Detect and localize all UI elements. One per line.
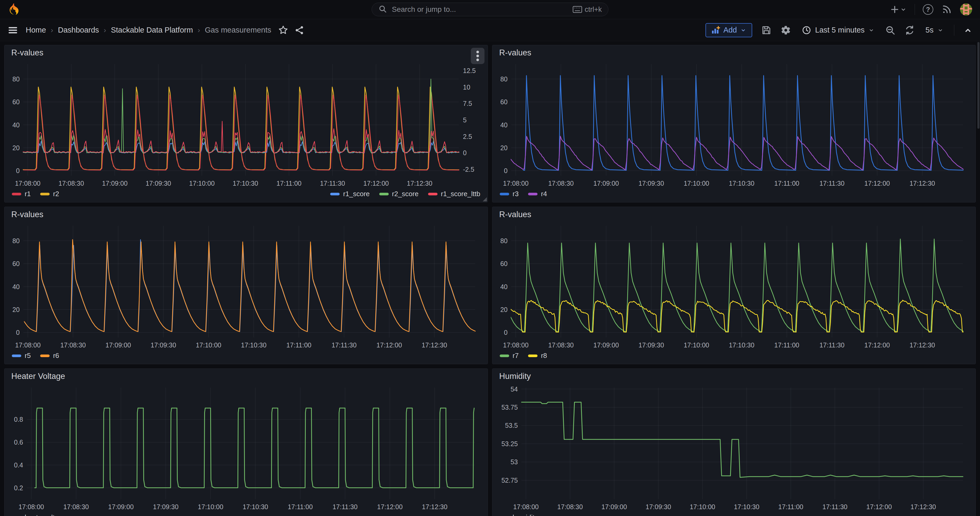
legend-swatch xyxy=(379,193,389,195)
panel-plot-area[interactable]: 0.20.40.60.817:08:0017:08:3017:09:0017:0… xyxy=(10,384,482,512)
legend-item-r1[interactable]: r1 xyxy=(12,190,31,198)
panel-header: Humidity xyxy=(492,369,975,384)
x-axis-tick-label: 17:12:00 xyxy=(866,503,892,511)
legend-item-r7[interactable]: r7 xyxy=(500,352,519,360)
series-r2 xyxy=(22,87,460,170)
help-button[interactable]: ? xyxy=(923,4,933,15)
breadcrumb-separator: › xyxy=(51,26,53,34)
x-axis-tick-label: 17:11:00 xyxy=(276,180,301,187)
legend-item-heatervoltage[interactable]: heatervoltage xyxy=(12,513,66,516)
breadcrumb-current: Gas measurements xyxy=(205,26,271,34)
y-axis-tick-label: 0.2 xyxy=(14,484,23,492)
x-axis-tick-label: 17:12:30 xyxy=(909,341,935,349)
x-axis-tick-label: 17:08:30 xyxy=(59,180,84,187)
search-input[interactable] xyxy=(391,5,568,14)
panel-title[interactable]: R-values xyxy=(11,48,43,57)
y-axis-tick-label: 60 xyxy=(500,260,508,267)
panel-resize-handle[interactable] xyxy=(482,197,487,201)
legend-label: heatervoltage xyxy=(25,513,66,516)
chart-r-values-4[interactable]: 02040608017:08:0017:08:3017:09:0017:09:3… xyxy=(498,222,970,350)
panel-title[interactable]: R-values xyxy=(499,210,531,219)
y-axis-tick-label: 40 xyxy=(500,283,508,290)
chart-r-values-2[interactable]: 02040608017:08:0017:08:3017:09:0017:09:3… xyxy=(498,61,970,189)
panel-plot-area[interactable]: 02040608017:08:0017:08:3017:09:0017:09:3… xyxy=(10,222,482,350)
breadcrumb-folder[interactable]: Stackable Data Platform xyxy=(111,26,193,34)
legend-item-r5[interactable]: r5 xyxy=(12,352,31,360)
save-dashboard-button[interactable] xyxy=(761,25,772,35)
legend-item-r1_score[interactable]: r1_score xyxy=(330,190,369,198)
x-axis-tick-label: 17:12:00 xyxy=(864,341,890,349)
y-right-axis-tick-label: 2.5 xyxy=(463,133,472,140)
chevron-up-icon xyxy=(963,25,973,35)
legend-item-r2_score[interactable]: r2_score xyxy=(379,190,418,198)
legend-item-r1_score_lttb[interactable]: r1_score_lttb xyxy=(428,190,480,198)
favorite-button[interactable] xyxy=(278,25,288,35)
panel-plot-area[interactable]: 02040608017:08:0017:08:3017:09:0017:09:3… xyxy=(498,222,970,350)
legend-swatch xyxy=(500,193,509,195)
top-nav-left xyxy=(8,3,372,16)
panel-plot-area[interactable]: 52.755353.2553.553.755417:08:0017:08:301… xyxy=(498,384,970,512)
scrollbar[interactable] xyxy=(977,42,980,515)
panel-legend: r1r2r1_scorer2_scorer1_score_lttb xyxy=(5,189,488,202)
x-axis-tick-label: 17:12:30 xyxy=(422,503,447,511)
x-axis-tick-label: 17:12:00 xyxy=(363,180,389,187)
legend-item-r4[interactable]: r4 xyxy=(528,190,547,198)
new-dropdown-button[interactable] xyxy=(889,4,907,15)
refresh-interval-picker[interactable]: 5s xyxy=(924,25,945,35)
chevron-down-icon xyxy=(937,27,943,33)
panel-plot-area[interactable]: 02040608017:08:0017:08:3017:09:0017:09:3… xyxy=(498,61,970,189)
time-range-picker[interactable]: Last 5 minutes xyxy=(800,25,876,35)
panel-title[interactable]: Heater Voltage xyxy=(11,371,65,381)
news-button[interactable] xyxy=(941,4,952,15)
chart-heater-voltage[interactable]: 0.20.40.60.817:08:0017:08:3017:09:0017:0… xyxy=(10,384,482,512)
y-axis-tick-label: 53.25 xyxy=(501,440,518,448)
panel-header: R-values xyxy=(5,207,488,222)
y-right-axis-tick-label: 10 xyxy=(463,83,470,91)
global-search[interactable]: ctrl+k xyxy=(372,3,608,16)
legend-swatch xyxy=(528,193,538,195)
legend-item-humidity[interactable]: humidity xyxy=(500,513,538,516)
gear-icon xyxy=(781,25,791,35)
share-button[interactable] xyxy=(294,25,305,35)
x-axis-tick-label: 17:11:00 xyxy=(778,503,803,511)
x-axis-tick-label: 17:11:30 xyxy=(331,341,356,349)
chart-humidity[interactable]: 52.755353.2553.553.755417:08:0017:08:301… xyxy=(498,384,970,512)
avatar[interactable] xyxy=(960,3,972,16)
x-axis-tick-label: 17:11:00 xyxy=(288,503,313,511)
mega-menu-toggle[interactable] xyxy=(7,25,18,36)
y-right-axis-tick-label: 5 xyxy=(463,116,467,124)
panel-title[interactable]: Humidity xyxy=(499,371,531,381)
add-panel-button[interactable]: Add xyxy=(705,23,752,37)
legend-item-r6[interactable]: r6 xyxy=(40,352,59,360)
y-axis-tick-label: 80 xyxy=(12,75,20,83)
x-axis-tick-label: 17:08:30 xyxy=(548,341,574,349)
breadcrumb-home[interactable]: Home xyxy=(26,26,46,34)
star-icon xyxy=(278,25,288,35)
panel-plot-area[interactable]: 02040608012.5107.552.50-2.517:08:0017:08… xyxy=(10,61,482,189)
legend-item-r3[interactable]: r3 xyxy=(500,190,519,198)
hamburger-icon xyxy=(7,25,18,36)
x-axis-tick-label: 17:09:30 xyxy=(153,503,178,511)
zoom-out-button[interactable] xyxy=(885,25,896,35)
y-axis-tick-label: 20 xyxy=(500,306,508,313)
chart-r-values-3[interactable]: 02040608017:08:0017:08:3017:09:0017:09:3… xyxy=(10,222,482,350)
legend-item-r2[interactable]: r2 xyxy=(40,190,59,198)
scrollbar-thumb[interactable] xyxy=(977,42,980,129)
refresh-button[interactable] xyxy=(904,25,915,35)
dashboard-settings-button[interactable] xyxy=(781,25,791,35)
y-axis-tick-label: 0 xyxy=(504,167,508,174)
panel-title[interactable]: R-values xyxy=(11,210,43,219)
panel-title[interactable]: R-values xyxy=(499,48,531,57)
series-r7 xyxy=(511,239,964,332)
x-axis-tick-label: 17:12:30 xyxy=(407,180,432,187)
legend-item-r8[interactable]: r8 xyxy=(528,352,547,360)
x-axis-tick-label: 17:12:30 xyxy=(909,180,935,187)
y-axis-tick-label: 0.8 xyxy=(14,416,23,423)
x-axis-tick-label: 17:10:00 xyxy=(684,180,709,187)
y-axis-tick-label: 0 xyxy=(16,329,20,336)
chart-r-values-1[interactable]: 02040608012.5107.552.50-2.517:08:0017:08… xyxy=(10,61,482,189)
grafana-logo[interactable] xyxy=(8,3,20,16)
collapse-toolbar-button[interactable] xyxy=(963,25,973,35)
legend-label: r4 xyxy=(541,190,547,198)
breadcrumb-dashboards[interactable]: Dashboards xyxy=(58,26,99,34)
